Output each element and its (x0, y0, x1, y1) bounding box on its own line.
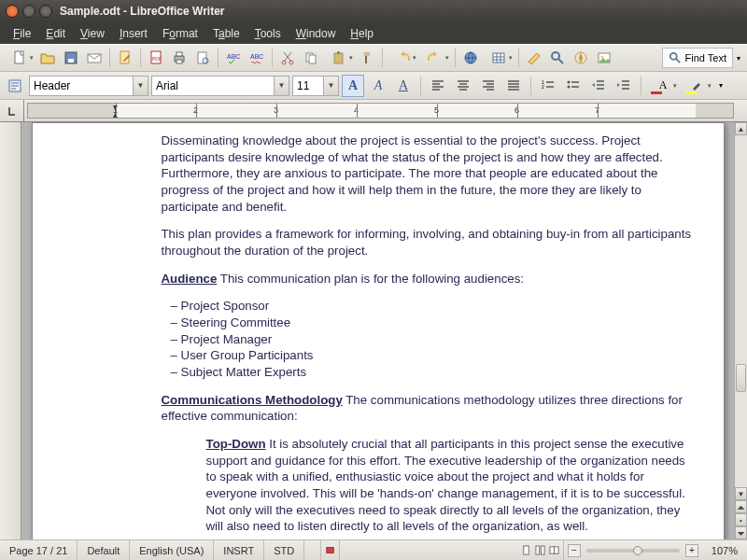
align-left-button[interactable] (427, 75, 449, 97)
font-size-input[interactable] (293, 77, 323, 95)
vertical-ruler[interactable] (0, 122, 21, 539)
body-paragraph: Top-Down It is absolutely crucial that a… (206, 436, 696, 535)
export-pdf-button[interactable]: PDF (145, 47, 167, 69)
align-justify-button[interactable] (502, 75, 525, 97)
underline-button[interactable]: A (392, 75, 415, 97)
numbered-list-button[interactable]: 12 (537, 75, 559, 97)
print-preview-button[interactable] (191, 47, 214, 69)
auto-spellcheck-button[interactable]: ABC (246, 47, 268, 69)
view-layout-buttons[interactable] (517, 540, 564, 560)
menu-insert[interactable]: Insert (112, 25, 155, 42)
copy-button[interactable] (300, 47, 322, 69)
cut-button[interactable] (276, 47, 299, 69)
paragraph-style-combo[interactable]: ▼ (29, 76, 148, 96)
window-close-button[interactable] (6, 5, 19, 18)
gallery-button[interactable] (593, 47, 615, 69)
previous-page-button[interactable]: ⏶ (735, 500, 747, 513)
hyperlink-button[interactable] (459, 47, 482, 69)
navigation-button[interactable]: • (735, 513, 747, 526)
status-insert-mode[interactable]: INSRT (214, 540, 264, 560)
paragraph-style-input[interactable] (30, 77, 133, 95)
svg-text:2: 2 (542, 84, 544, 90)
find-toolbar[interactable]: Find Text (662, 48, 733, 68)
zoom-percent[interactable]: 107% (702, 540, 747, 560)
print-button[interactable] (168, 47, 190, 69)
zoom-slider[interactable] (586, 549, 680, 553)
window-minimize-button[interactable] (22, 5, 35, 18)
increase-indent-button[interactable] (613, 75, 635, 97)
align-right-button[interactable] (477, 75, 500, 97)
menu-format[interactable]: Format (155, 25, 205, 42)
scrollbar-track[interactable] (735, 135, 747, 487)
bullet-list-button[interactable] (562, 75, 585, 97)
list-item: Project Sponsor (171, 298, 696, 315)
status-language[interactable]: English (USA) (130, 540, 214, 560)
font-size-combo[interactable]: ▼ (292, 76, 339, 96)
dropdown-icon[interactable]: ▼ (133, 77, 148, 95)
status-page[interactable]: Page 17 / 21 (0, 540, 78, 560)
insert-table-button[interactable]: ▾ (483, 47, 514, 69)
open-document-button[interactable] (36, 47, 59, 69)
dropdown-icon[interactable]: ▼ (274, 77, 289, 95)
formatting-toolbar: ▼ ▼ ▼ A A A 12 A▾ ▾ ▾ (0, 72, 747, 100)
page-viewport[interactable]: Disseminating knowledge about the projec… (21, 122, 734, 539)
menu-help[interactable]: Help (343, 25, 381, 42)
status-selection-mode[interactable]: STD (264, 540, 304, 560)
menu-edit[interactable]: Edit (38, 25, 73, 42)
redo-button[interactable]: ▾ (419, 47, 451, 69)
document-page[interactable]: Disseminating knowledge about the projec… (32, 122, 725, 539)
scrollbar-thumb[interactable] (736, 364, 746, 392)
dropdown-icon[interactable]: ▼ (323, 77, 338, 95)
single-page-icon[interactable] (521, 545, 531, 555)
font-color-button[interactable]: A▾ (647, 75, 679, 97)
styles-button[interactable] (4, 75, 26, 97)
paste-button[interactable]: ▾ (323, 47, 355, 69)
svg-rect-33 (524, 546, 529, 554)
align-center-button[interactable] (452, 75, 474, 97)
show-draw-functions-button[interactable] (523, 47, 545, 69)
status-page-style[interactable]: Default (78, 540, 130, 560)
tab-stop-type-button[interactable] (0, 100, 24, 121)
decrease-indent-button[interactable] (587, 75, 610, 97)
zoom-in-button[interactable]: + (685, 544, 698, 557)
zoom-out-button[interactable]: − (568, 544, 581, 557)
font-name-combo[interactable]: ▼ (151, 76, 289, 96)
window-maximize-button[interactable] (39, 5, 52, 18)
menu-window[interactable]: Window (289, 25, 344, 42)
list-item: Subject Matter Experts (171, 364, 696, 381)
save-document-button[interactable] (60, 47, 82, 69)
status-signature[interactable] (321, 540, 340, 560)
toolbar-overflow-button[interactable]: ▾ (734, 47, 743, 69)
font-name-input[interactable] (152, 77, 274, 95)
vertical-scrollbar[interactable]: ▲ ▼ ⏶ • ⏷ (734, 122, 747, 539)
edit-file-button[interactable] (114, 47, 136, 69)
horizontal-ruler[interactable]: ▾ ▴ 1234567 (27, 103, 734, 119)
book-view-icon[interactable] (549, 545, 559, 555)
highlight-color-button[interactable]: ▾ (682, 75, 713, 97)
bold-button[interactable]: A (342, 75, 364, 97)
svg-rect-17 (309, 55, 316, 63)
svg-text:PDF: PDF (152, 56, 162, 62)
subsection-heading: Top-Down (206, 437, 266, 451)
menu-table[interactable]: Table (205, 25, 247, 42)
menu-tools[interactable]: Tools (247, 25, 289, 42)
format-paintbrush-button[interactable] (356, 47, 378, 69)
toolbar-overflow-button[interactable]: ▾ (716, 75, 726, 97)
next-page-button[interactable]: ⏷ (735, 526, 747, 539)
navigator-button[interactable] (570, 47, 592, 69)
scroll-up-button[interactable]: ▲ (735, 122, 747, 135)
menu-view[interactable]: View (73, 25, 112, 42)
scroll-down-button[interactable]: ▼ (735, 487, 747, 500)
menu-file[interactable]: File (6, 25, 38, 42)
svg-rect-37 (554, 547, 558, 553)
multi-page-icon[interactable] (535, 545, 545, 555)
spellcheck-button[interactable]: ABC (222, 47, 245, 69)
find-replace-button[interactable] (546, 47, 569, 69)
undo-button[interactable]: ▾ (387, 47, 418, 69)
email-document-button[interactable] (83, 47, 106, 69)
section-heading: Audience (162, 272, 218, 286)
zoom-slider-knob[interactable] (633, 546, 642, 555)
status-modified[interactable] (304, 540, 321, 560)
new-document-button[interactable]: ▾ (4, 47, 35, 69)
italic-button[interactable]: A (367, 75, 389, 97)
